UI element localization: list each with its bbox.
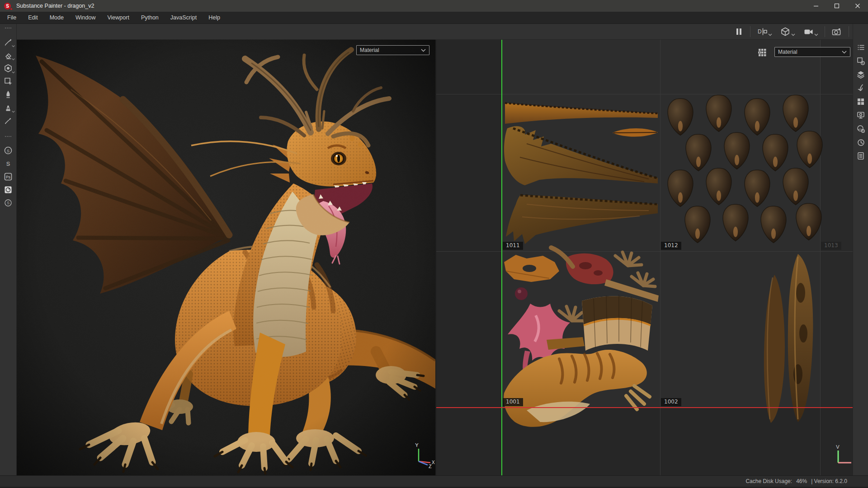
version-label: | Version: 6.2.0 xyxy=(811,478,847,484)
pause-icon xyxy=(734,27,744,37)
menubar: File Edit Mode Window Viewport Python Ja… xyxy=(0,12,868,24)
udim-tile-label: 1013 xyxy=(821,242,841,250)
chevron-down-icon xyxy=(12,45,15,47)
status-bar: Cache Disk Usage: 46% | Version: 6.2.0 xyxy=(0,475,868,488)
panel-history[interactable] xyxy=(855,137,867,148)
dragon-model xyxy=(17,40,435,475)
svg-text:S: S xyxy=(7,201,9,205)
substance-share-icon: S xyxy=(4,198,13,207)
svg-text:S: S xyxy=(6,160,10,167)
dynamic-resolution-button[interactable]: D xyxy=(755,26,774,38)
chevron-down-icon xyxy=(842,51,847,54)
panel-display-settings[interactable] xyxy=(855,110,867,121)
uv-axis-v-line xyxy=(501,40,502,475)
substance-s-icon: S xyxy=(4,159,13,168)
texture-set-settings-icon xyxy=(856,56,865,66)
tool-smudge[interactable] xyxy=(1,88,15,101)
menu-file[interactable]: File xyxy=(1,12,22,23)
toolbar-separator xyxy=(750,26,750,37)
axis-gizmo-uv: V U xyxy=(832,443,853,466)
svg-text:V: V xyxy=(836,444,840,450)
axis-gizmo-3d: Y X Z xyxy=(412,441,435,470)
menu-window[interactable]: Window xyxy=(70,12,101,23)
svg-text:Z: Z xyxy=(429,464,432,469)
tool-eraser[interactable] xyxy=(1,48,15,61)
udim-info-icon[interactable] xyxy=(758,48,767,57)
display-settings-icon xyxy=(856,111,865,120)
plugin-photoshop-export[interactable]: Ps xyxy=(1,170,15,183)
plugin-iray-renderer[interactable] xyxy=(1,183,15,196)
panel-shader-settings[interactable] xyxy=(855,123,867,134)
uv-view-mode-value: Material xyxy=(778,49,797,55)
close-button[interactable] xyxy=(847,0,868,12)
dynamic-resolution-icon: D xyxy=(757,27,768,37)
tool-material-picker[interactable] xyxy=(1,114,15,127)
substance-circle-icon: S xyxy=(4,146,13,155)
menu-javascript[interactable]: JavaScript xyxy=(165,12,203,23)
uv-tile-1012-islands xyxy=(668,95,822,243)
plugin-substance-source[interactable]: S xyxy=(1,157,15,170)
pause-engine-button[interactable] xyxy=(732,26,745,38)
texture-set-list-icon xyxy=(856,43,865,52)
minimize-icon xyxy=(813,3,819,9)
svg-text:X: X xyxy=(432,460,435,465)
cache-disk-usage-label: Cache Disk Usage: xyxy=(745,478,792,484)
viewport-2d-uv[interactable]: 1011 1012 1013 1001 1002 Material V U xyxy=(435,40,853,475)
panel-texture-set-list[interactable] xyxy=(855,42,867,53)
shading-mode-value: Material xyxy=(360,47,379,53)
dock-drag-handle[interactable] xyxy=(5,27,12,29)
shading-mode-dropdown[interactable]: Material xyxy=(356,45,429,55)
photo-camera-icon xyxy=(831,27,842,37)
panel-properties[interactable] xyxy=(855,83,867,94)
minimize-button[interactable] xyxy=(806,0,826,12)
panel-layers[interactable] xyxy=(855,69,867,80)
layers-icon xyxy=(856,70,865,79)
tool-paint[interactable] xyxy=(1,35,15,48)
udim-tile-label: 1011 xyxy=(503,242,523,250)
udim-tile-label: 1001 xyxy=(503,398,523,406)
udim-tile-label: 1002 xyxy=(661,398,681,406)
iray-icon xyxy=(4,185,13,194)
top-toolbar: D xyxy=(17,24,868,40)
projection-mode-button[interactable] xyxy=(778,26,797,38)
viewport-3d[interactable]: Material Y X Z xyxy=(17,40,435,475)
panel-texture-set-settings[interactable] xyxy=(855,56,867,66)
paint-brush-icon xyxy=(4,38,13,47)
clone-stamp-icon xyxy=(4,103,13,112)
panel-log[interactable] xyxy=(855,150,867,161)
cache-disk-usage-value: 46% xyxy=(796,478,807,484)
cube-icon xyxy=(780,27,791,37)
menu-help[interactable]: Help xyxy=(203,12,226,23)
video-camera-icon xyxy=(803,27,814,37)
tool-polygon-fill[interactable] xyxy=(1,75,15,88)
menu-python[interactable]: Python xyxy=(135,12,165,23)
uv-view-mode-dropdown[interactable]: Material xyxy=(774,47,850,57)
screenshot-button[interactable] xyxy=(830,26,844,38)
chevron-down-icon xyxy=(814,33,818,36)
maximize-button[interactable] xyxy=(826,0,847,12)
panel-shelf[interactable] xyxy=(855,96,867,107)
chevron-down-icon xyxy=(791,33,795,36)
dock-drag-handle[interactable] xyxy=(5,136,12,137)
menu-edit[interactable]: Edit xyxy=(22,12,44,23)
chevron-down-icon xyxy=(768,33,772,36)
uv-tile-1002-islands xyxy=(764,254,813,423)
tool-projection[interactable] xyxy=(1,61,15,75)
camera-button[interactable] xyxy=(802,26,820,38)
photoshop-icon: Ps xyxy=(4,172,13,181)
plugin-substance-share[interactable]: S xyxy=(1,196,15,209)
menu-viewport[interactable]: Viewport xyxy=(101,12,135,23)
plugin-resources-updater[interactable]: S xyxy=(1,144,15,157)
chevron-down-icon xyxy=(12,71,15,74)
menu-mode[interactable]: Mode xyxy=(44,12,70,23)
toolbar-separator xyxy=(849,26,849,37)
polygon-fill-icon xyxy=(4,77,13,86)
svg-text:Y: Y xyxy=(415,442,419,448)
tool-clone[interactable] xyxy=(1,101,15,114)
chevron-down-icon xyxy=(12,58,15,61)
udim-tile-label: 1012 xyxy=(661,242,681,250)
chevron-down-icon xyxy=(421,49,426,52)
svg-text:Ps: Ps xyxy=(6,174,10,179)
uv-islands xyxy=(436,40,853,475)
eraser-icon xyxy=(4,51,13,60)
